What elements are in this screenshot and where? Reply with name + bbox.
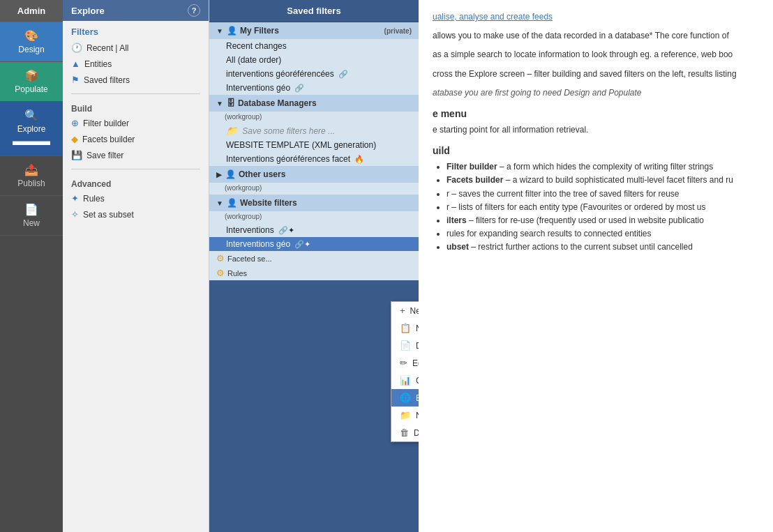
collapse-arrow-my: ▼ (216, 27, 223, 35)
filter-builder-icon: ⊕ (71, 118, 79, 128)
filter-interventions-geo2[interactable]: Interventions géo 🔗✦ (209, 237, 419, 251)
faceted-label: Faceted se... (227, 254, 272, 263)
nav-design[interactable]: 🎨 Design (0, 22, 63, 62)
build-item-filter-builder: Filter builder – a form which hides the … (446, 160, 759, 174)
main-content: ualise, analyse and create feeds allows … (419, 0, 773, 532)
sidebar-item-rules[interactable]: ✦ Rules (63, 190, 209, 206)
filters-label: ilters (446, 215, 467, 225)
build-item-subset: ubset – restrict further actions to the … (446, 241, 759, 254)
intro-para-2: as a simple search to locate information… (433, 48, 759, 61)
explore-title: Explore (71, 6, 105, 16)
filters-title: Filters (63, 21, 209, 40)
sidebar-item-facets-builder[interactable]: ◆ Facets builder (63, 131, 209, 147)
menu-desc: e starting point for all information ret… (433, 123, 759, 137)
filters-desc: – filters for re-use (frequently used or… (469, 215, 704, 225)
other-users-group: ▶ 👤 Other users (workgroup) (209, 166, 419, 195)
sidebar-item-recent[interactable]: 🕐 Recent | All (63, 40, 209, 56)
facets-builder-desc: – a wizard to build sophisticated multi-… (506, 175, 733, 185)
filter-all-date-order[interactable]: All (date order) (209, 53, 419, 67)
filter-icon: ⚑ (71, 75, 80, 85)
other-users-label: Other users (239, 169, 285, 179)
faceted-icon: ⚙ (216, 253, 225, 264)
filter-interventions-georef[interactable]: interventions géoréférencées 🔗 (209, 67, 419, 81)
filter-builder-desc: – a form which hides the complexity of w… (500, 162, 713, 172)
triangle-icon: ▲ (71, 59, 80, 69)
cm-delete[interactable]: 🗑 Delete (391, 424, 419, 441)
sidebar-item-save-filter[interactable]: 💾 Save filter (63, 147, 209, 163)
cm-edit[interactable]: ✏ Edit (391, 354, 419, 372)
explore-icon: 🔍 (0, 109, 63, 122)
filter-website-template[interactable]: WEBSITE TEMPLATE (XML generation) (209, 138, 419, 152)
filter-interventions[interactable]: Interventions 🔗✦ (209, 223, 419, 237)
sidebar-item-subset[interactable]: ✧ Set as subset (63, 206, 209, 222)
build-item-saves: r – saves the current filter into the tr… (446, 188, 759, 201)
website-filters-sub: (workgroup) (209, 211, 419, 223)
other-users-sub: (workgroup) (209, 183, 419, 195)
db-managers-sub: (workgroup) (209, 112, 419, 123)
nav-new[interactable]: 📄 New (0, 196, 63, 236)
my-filters-group: ▼ 👤 My Filters (private) Recent changes … (209, 22, 419, 95)
publish-icon: 📤 (0, 163, 63, 176)
sidebar-item-saved-filters[interactable]: ⚑ Saved filters (63, 72, 209, 88)
my-filters-header[interactable]: ▼ 👤 My Filters (private) (209, 22, 419, 39)
cm-embed[interactable]: 🌐 Embed ☞ (391, 389, 419, 406)
cm-get-filter-rules[interactable]: 📊 Get filter+rules (391, 372, 419, 389)
filter-interventions-geo-facet[interactable]: Interventions géoréférences facet 🔥 (209, 152, 419, 166)
nav-explore[interactable]: 🔍 Explore ▬▬▬ (0, 102, 63, 156)
website-icon: 👤 (227, 198, 237, 208)
filter-save-prompt[interactable]: 📁 Save some filters here ... (209, 123, 419, 138)
divider-1 (71, 93, 200, 94)
rules-row: ⚙ Rules (209, 266, 419, 280)
clock-icon: 🕐 (71, 43, 82, 53)
rules-icon2: ⚙ (216, 268, 225, 278)
save-icon: 💾 (71, 150, 82, 160)
build-section-title: uild (433, 145, 759, 156)
build-item-rules: rules for expanding search results to co… (446, 227, 759, 241)
divider-2 (71, 169, 200, 169)
sidebar-item-filter-builder[interactable]: ⊕ Filter builder (63, 115, 209, 131)
other-users-icon: 👤 (225, 169, 236, 179)
saved-filters-panel: Saved filters ▼ 👤 My Filters (private) R… (209, 0, 419, 532)
link-text[interactable]: ualise, analyse and create feeds (433, 12, 553, 22)
cm-new[interactable]: + New (391, 302, 419, 319)
rules-icon: ✦ (71, 193, 79, 204)
build-list: Filter builder – a form which hides the … (446, 160, 759, 254)
new-icon: 📄 (0, 203, 63, 216)
build-item-facets-builder: Facets builder – a wizard to build sophi… (446, 174, 759, 187)
link-icon-1: 🔗 (338, 70, 348, 78)
cm-dupe[interactable]: 📄 Dupe (391, 337, 419, 354)
design-icon: 🎨 (0, 29, 63, 43)
saved-filters-header: Saved filters (209, 0, 419, 22)
my-filters-person-icon: 👤 (227, 26, 237, 36)
subset-label: ubset (446, 242, 469, 252)
sidebar-item-entities[interactable]: ▲ Entities (63, 56, 209, 72)
menu-section-title: e menu (433, 108, 759, 119)
cm-new-faceted[interactable]: 📋 New Faceted (391, 319, 419, 337)
cm-delete-icon: 🗑 (400, 427, 409, 438)
advanced-title: Advanced (63, 175, 209, 190)
help-icon[interactable]: ? (188, 4, 200, 17)
db-managers-header[interactable]: ▼ 🗄 Database Managers (209, 95, 419, 112)
cm-new-folder[interactable]: 📁 New folder (391, 406, 419, 424)
website-filters-header[interactable]: ▼ 👤 Website filters (209, 195, 419, 211)
link-icon-3: 🔗✦ (278, 226, 294, 234)
context-menu: + New 📋 New Faceted 📄 Dupe ✏ Edit 📊 Get … (391, 301, 419, 442)
nav-publish[interactable]: 📤 Publish (0, 156, 63, 196)
faceted-row: ⚙ Faceted se... (209, 251, 419, 266)
collapse-arrow-web: ▼ (216, 199, 223, 207)
fire-icon: 🔥 (354, 155, 364, 163)
facets-builder-label: Facets builder (446, 175, 503, 185)
subset-icon: ✧ (71, 209, 79, 220)
build-item-filters: ilters – filters for re-use (frequently … (446, 214, 759, 227)
link-icon-2: 🔗 (294, 84, 304, 92)
intro-italic: atabase you are first going to need Desi… (433, 86, 759, 100)
other-users-header[interactable]: ▶ 👤 Other users (209, 166, 419, 183)
filter-recent-changes[interactable]: Recent changes (209, 39, 419, 53)
website-filters-label: Website filters (240, 198, 297, 208)
link-icon-4: 🔗✦ (294, 240, 310, 248)
my-filters-tag: (private) (384, 27, 412, 35)
nav-populate[interactable]: 📦 Populate (0, 62, 63, 102)
subset-desc: – restrict further actions to the curren… (471, 242, 693, 252)
facets-icon: ◆ (71, 134, 78, 144)
filter-interventions-geo[interactable]: Interventions géo 🔗 (209, 81, 419, 95)
